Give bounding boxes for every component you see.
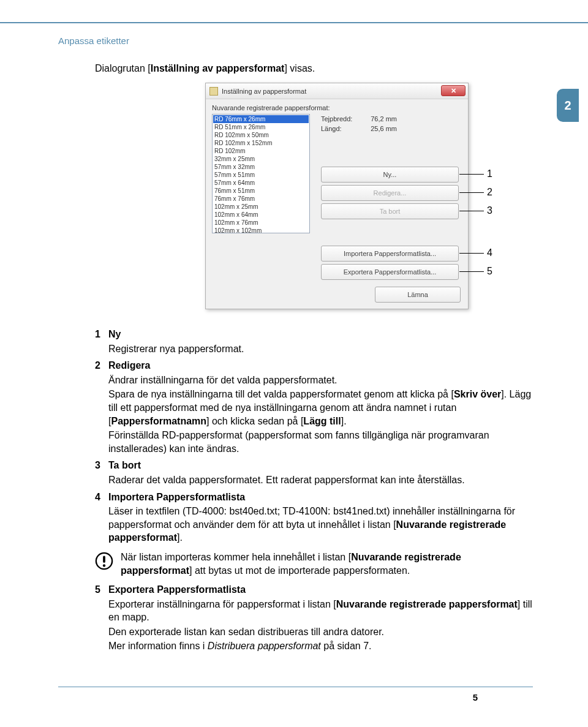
t: ] att bytas ut mot de importerade papper…: [189, 565, 410, 576]
t: Distribuera pappersformat: [208, 641, 321, 651]
leave-button[interactable]: Lämna: [375, 287, 461, 303]
t: Nuvarande registrerade pappersformat: [336, 599, 518, 609]
section-title: Anpassa etiketter: [58, 36, 533, 46]
definitions: 1Ny Registrerar nya pappersformat. 2Redi…: [95, 328, 533, 544]
callout-5: 5: [487, 266, 492, 277]
def-num: 4: [95, 491, 108, 504]
def-num: 1: [95, 328, 108, 341]
list-item[interactable]: 57mm x 32mm: [213, 163, 309, 171]
def-title: Exportera Pappersformatlista: [108, 583, 246, 597]
list-item[interactable]: RD 102mm x 152mm: [213, 139, 309, 147]
leader-line: [459, 174, 484, 175]
warning-row: När listan importeras kommer hela innehå…: [95, 551, 533, 577]
t: Skriv över: [454, 389, 501, 399]
t: Lägg till: [303, 416, 341, 426]
list-label: Nuvarande registrerade pappersformat:: [212, 104, 462, 111]
intro-line: Dialogrutan [Inställning av pappersforma…: [95, 63, 533, 74]
t: Exporterar inställningarna för pappersfo…: [108, 599, 336, 609]
paper-format-list[interactable]: RD 76mm x 26mm RD 51mm x 26mm RD 102mm x…: [212, 114, 310, 233]
list-item[interactable]: RD 102mm x 50mm: [213, 131, 309, 139]
list-item[interactable]: 102mm x 25mm: [213, 203, 309, 211]
dialog-app-icon: [209, 87, 218, 96]
list-item[interactable]: 76mm x 51mm: [213, 187, 309, 195]
callout-3: 3: [487, 205, 492, 216]
list-item[interactable]: 76mm x 76mm: [213, 195, 309, 203]
warning-text: När listan importeras kommer hela innehå…: [121, 551, 533, 577]
list-item[interactable]: RD 102mm: [213, 147, 309, 155]
def-body: Läser in textfilen (TD-4000: bst40ed.txt…: [108, 505, 533, 544]
definitions-2: 5Exportera Pappersformatlista Exporterar…: [95, 583, 533, 653]
t: ].: [341, 416, 347, 426]
def-body: Den exporterade listan kan sedan distrib…: [108, 625, 533, 639]
def-body: Förinställda RD-pappersformat (pappersfo…: [108, 429, 533, 455]
def-title: Ny: [108, 328, 121, 341]
list-item[interactable]: RD 51mm x 26mm: [213, 123, 309, 131]
def-body: Raderar det valda pappersformatet. Ett r…: [108, 473, 533, 487]
leader-line: [459, 192, 484, 193]
leader-line: [459, 211, 484, 211]
t: Pappersformatnamn: [111, 416, 206, 426]
length-label: Längd:: [321, 124, 359, 134]
intro-post: ] visas.: [284, 63, 315, 73]
list-item[interactable]: 102mm x 64mm: [213, 211, 309, 219]
dialog-title: Inställning av pappersformat: [222, 88, 306, 95]
list-item[interactable]: RD 76mm x 26mm: [213, 115, 309, 123]
def-body: Exporterar inställningarna för pappersfo…: [108, 598, 533, 624]
list-item[interactable]: 57mm x 64mm: [213, 179, 309, 187]
t: Spara de nya inställningarna till det va…: [108, 389, 454, 399]
svg-rect-1: [103, 556, 105, 562]
t: När listan importeras kommer hela innehå…: [121, 552, 351, 562]
def-num: 2: [95, 359, 108, 372]
def-title: Redigera: [108, 359, 150, 372]
new-button[interactable]: Ny...: [321, 167, 459, 183]
def-num: 5: [95, 583, 108, 597]
dialog-figure: 2 Inställning av pappersformat ✕ Nuvaran…: [205, 83, 524, 309]
list-item[interactable]: 57mm x 51mm: [213, 171, 309, 179]
list-item[interactable]: 102mm x 76mm: [213, 219, 309, 227]
leader-line: [459, 271, 484, 272]
leader-line: [459, 253, 484, 254]
warning-icon: [95, 552, 113, 570]
footer-rule: [58, 687, 533, 687]
list-item[interactable]: 102mm x 102mm: [213, 227, 309, 233]
close-icon[interactable]: ✕: [441, 85, 466, 96]
page-number: 5: [473, 692, 478, 703]
def-body: Spara de nya inställningarna till det va…: [108, 388, 533, 428]
def-num: 3: [95, 459, 108, 472]
width-label: Tejpbredd:: [321, 114, 359, 124]
def-body: Mer information finns i Distribuera papp…: [108, 639, 533, 653]
t: på sidan 7.: [321, 641, 372, 651]
delete-button[interactable]: Ta bort: [321, 203, 459, 219]
callout-1: 1: [487, 168, 492, 179]
chapter-side-tab: 2: [557, 89, 579, 122]
top-rule: [0, 22, 588, 23]
svg-point-2: [103, 564, 105, 567]
callout-2: 2: [487, 187, 492, 198]
width-value: 76,2 mm: [359, 114, 397, 124]
dialog-window: Inställning av pappersformat ✕ Nuvarande…: [205, 83, 469, 309]
length-value: 25,6 mm: [359, 124, 397, 134]
dialog-titlebar: Inställning av pappersformat ✕: [206, 83, 468, 99]
export-list-button[interactable]: Exportera Pappersformatlista...: [321, 264, 459, 280]
def-body: Registrerar nya pappersformat.: [108, 342, 533, 356]
callout-4: 4: [487, 247, 492, 258]
def-body: Ändrar inställningarna för det valda pap…: [108, 374, 533, 387]
t: Mer information finns i: [108, 641, 208, 651]
list-item[interactable]: 32mm x 25mm: [213, 155, 309, 163]
t: ].: [177, 532, 183, 543]
intro-pre: Dialogrutan [: [95, 63, 151, 73]
import-list-button[interactable]: Importera Pappersformatlista...: [321, 246, 459, 262]
def-title: Ta bort: [108, 459, 141, 472]
t: ] och klicka sedan på [: [206, 416, 303, 426]
intro-bold: Inställning av pappersformat: [151, 63, 285, 73]
def-title: Importera Pappersformatlista: [108, 491, 245, 504]
edit-button[interactable]: Redigera...: [321, 185, 459, 201]
